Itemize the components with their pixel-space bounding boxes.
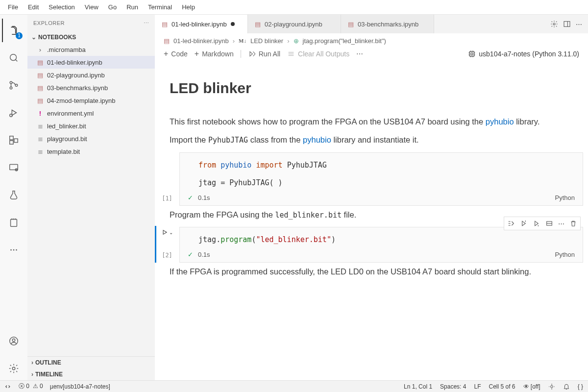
tree-item[interactable]: !environment.yml [27,107,155,120]
editor-tab[interactable]: ▤01-led-blinker.ipynb [155,15,248,33]
settings-gear-icon[interactable] [2,357,25,380]
menu-go[interactable]: Go [103,1,122,13]
svg-rect-20 [471,53,473,55]
notebook-title: LED blinker [170,77,573,100]
kernel-picker[interactable]: usb104-a7-notes (Python 3.11.0) [468,50,579,58]
svg-point-2 [10,87,12,89]
problems-indicator[interactable]: ⓧ 0 ⚠ 0 [19,382,43,391]
exec-count: [1] [162,195,172,206]
menu-terminal[interactable]: Terminal [143,1,177,13]
explorer-icon[interactable]: 1 [2,19,25,42]
outline-section[interactable]: ›OUTLINE [27,357,155,368]
tree-item[interactable]: ▤04-zmod-template.ipynb [27,94,155,107]
cursor-position[interactable]: Ln 1, Col 1 [404,383,432,390]
menu-view[interactable]: View [80,1,103,13]
tree-item[interactable]: ▤01-led-blinker.ipynb [27,56,155,69]
folder-section-header[interactable]: ⌄ NOTEBOOKS [27,31,155,43]
add-markdown-button[interactable]: +Markdown [195,50,234,58]
menu-edit[interactable]: Edit [23,1,44,13]
accounts-icon[interactable] [2,329,25,353]
cell-more-icon[interactable]: ⋯ [558,220,564,227]
tree-item[interactable]: ≣led_blinker.bit [27,120,155,132]
run-debug-icon[interactable] [2,101,25,124]
run-all-button[interactable]: Run All [248,50,280,58]
tree-item[interactable]: ≣playground.bit [27,132,155,145]
cell-toolbar: ⋯ [504,217,581,230]
run-cell-button[interactable]: ⌄ [161,229,173,236]
extensions-icon[interactable] [2,128,25,152]
dirty-indicator [231,22,235,26]
split-cell-icon[interactable] [545,220,553,227]
exec-count: [2] [162,252,172,263]
menu-help[interactable]: Help [177,1,200,13]
remote-indicator[interactable] [5,383,12,390]
svg-point-15 [12,339,15,342]
svg-point-13 [16,249,17,251]
svg-point-22 [550,385,553,388]
editor-tab[interactable]: ▤03-benchmarks.ipynb [341,15,434,33]
clear-outputs-button[interactable]: Clear All Outputs [287,50,349,58]
cell-language[interactable]: Python [555,251,575,258]
timeline-section[interactable]: ›TIMELINE [27,368,155,380]
source-control-icon[interactable] [2,74,25,97]
execute-below-icon[interactable] [533,220,540,227]
notepad-icon[interactable] [2,211,25,234]
delete-cell-icon[interactable] [569,220,577,227]
check-icon: ✓ [188,251,193,258]
tree-item[interactable]: ▤03-benchmarks.ipynb [27,81,155,94]
sidebar-title: EXPLORER [33,20,65,26]
breadcrumb[interactable]: ▤ 01-led-blinker.ipynb › M↓ LED blinker … [155,33,588,48]
menu-file[interactable]: File [3,1,23,13]
remote-icon[interactable] [2,156,25,179]
menu-bar: FileEditSelectionViewGoRunTerminalHelp [0,0,588,15]
braces-icon[interactable]: { } [578,383,583,390]
more-icon[interactable] [2,238,25,262]
svg-point-1 [10,81,12,84]
svg-rect-6 [10,141,13,144]
layout-icon[interactable] [563,20,571,28]
gear-icon[interactable] [550,20,558,28]
tab-bar: ▤01-led-blinker.ipynb▤02-playground.ipyn… [155,15,588,33]
sidebar-more-icon[interactable]: ⋯ [144,20,149,26]
search-icon[interactable] [2,46,25,70]
svg-rect-7 [14,139,18,142]
wrap-indicator[interactable]: 👁 [off] [523,383,540,390]
notebook-toolbar: +Code +Markdown Run All Clear All Output… [155,48,588,62]
tree-item[interactable]: ›.micromamba [27,43,155,56]
svg-point-3 [15,84,18,87]
pyhubio-link[interactable]: pyhubio [486,117,514,126]
env-indicator[interactable]: µenv[usb104-a7-notes] [50,383,110,390]
python-icon: ⊕ [294,37,299,45]
svg-point-11 [10,249,12,251]
cell-language[interactable]: Python [555,194,575,201]
explorer-sidebar: EXPLORER ⋯ ⌄ NOTEBOOKS ›.micromamba▤01-l… [27,15,155,380]
notebook-body: LED blinker This first notebook shows ho… [155,62,588,380]
svg-point-16 [12,367,15,370]
svg-point-17 [553,23,555,25]
execute-above-icon[interactable] [520,220,528,227]
run-by-line-icon[interactable] [507,220,515,227]
code-cell[interactable]: ⋯ jtag.program("led_blinker.bit") ✓0.1sP… [179,227,583,263]
eol-indicator[interactable]: LF [474,383,481,390]
jupyter-icon[interactable] [548,383,555,390]
bell-icon[interactable] [563,383,570,390]
pyhubio-link[interactable]: pyhubio [303,135,331,144]
activity-bar: 1 [0,15,27,380]
tree-item[interactable]: ≣template.bit [27,145,155,158]
menu-selection[interactable]: Selection [44,1,79,13]
cell-indicator[interactable]: Cell 5 of 6 [489,383,515,390]
tab-more-icon[interactable]: ⋯ [576,21,582,28]
add-code-button[interactable]: +Code [164,50,188,58]
markdown-icon: M↓ [239,38,246,44]
toolbar-more-icon[interactable]: ⋯ [356,50,363,58]
menu-run[interactable]: Run [122,1,143,13]
editor-tab[interactable]: ▤02-playground.ipynb [248,15,341,33]
svg-rect-5 [10,136,13,140]
indent-indicator[interactable]: Spaces: 4 [440,383,466,390]
tree-item[interactable]: ▤02-playground.ipynb [27,69,155,81]
code-cell[interactable]: from pyhubio import PyhubJTAG jtag = Pyh… [179,152,583,206]
notebook-icon: ▤ [164,37,170,45]
svg-rect-19 [470,51,474,56]
testing-icon[interactable] [2,183,25,207]
svg-rect-10 [11,220,17,227]
